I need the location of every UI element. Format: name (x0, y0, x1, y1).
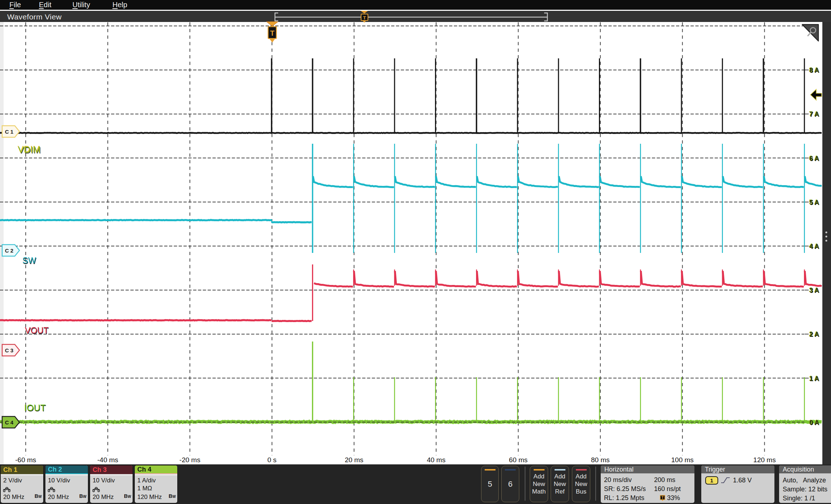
svg-text:20 ms: 20 ms (345, 456, 364, 464)
svg-text:2 A: 2 A (809, 330, 819, 338)
svg-text:120 ms: 120 ms (753, 456, 776, 464)
svg-text:1 A: 1 A (809, 375, 819, 382)
svg-text:C 2: C 2 (5, 247, 13, 254)
svg-text:4 A: 4 A (809, 242, 819, 250)
svg-text:60 ms: 60 ms (509, 456, 528, 464)
svg-text:40 ms: 40 ms (427, 456, 445, 464)
svg-text:0 s: 0 s (267, 456, 276, 464)
svg-text:VDIM: VDIM (18, 145, 41, 155)
svg-text:T: T (270, 29, 274, 37)
svg-text:0 A: 0 A (809, 419, 819, 426)
svg-text:6 A: 6 A (809, 155, 819, 162)
svg-text:-20 ms: -20 ms (179, 456, 200, 464)
svg-text:-60 ms: -60 ms (15, 456, 36, 464)
svg-text:SW: SW (22, 256, 36, 265)
svg-text:C 1: C 1 (5, 129, 13, 135)
svg-text:IOUT: IOUT (24, 403, 46, 412)
svg-text:80 ms: 80 ms (591, 456, 610, 464)
svg-text:3 A: 3 A (809, 286, 819, 294)
svg-text:100 ms: 100 ms (671, 456, 694, 464)
svg-text:7 A: 7 A (809, 110, 819, 118)
svg-text:-40 ms: -40 ms (97, 456, 118, 464)
svg-text:8 A: 8 A (809, 66, 819, 74)
svg-text:T: T (363, 15, 366, 21)
svg-text:5 A: 5 A (809, 199, 819, 206)
svg-text:C 4: C 4 (5, 419, 14, 425)
svg-text:C 3: C 3 (5, 347, 13, 353)
svg-text:VOUT: VOUT (25, 326, 49, 335)
